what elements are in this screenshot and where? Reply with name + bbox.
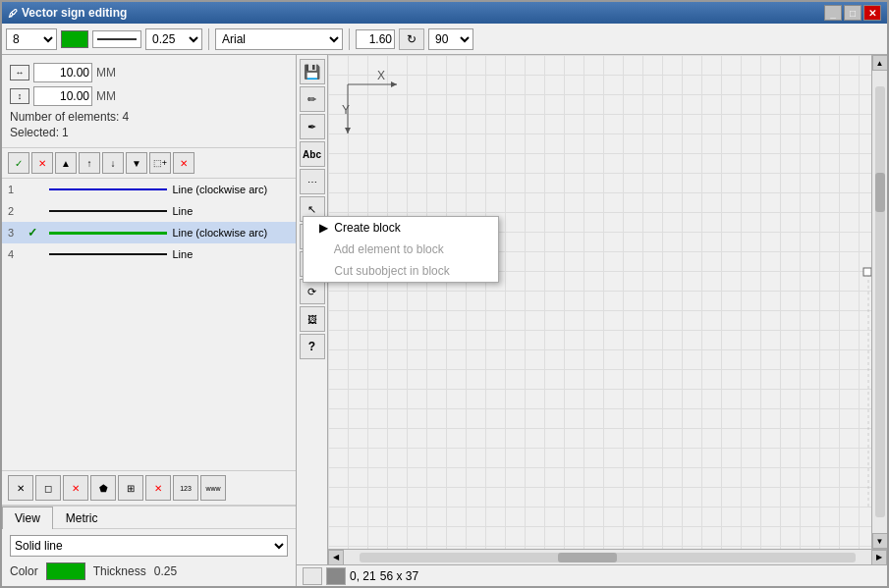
scroll-h-track[interactable] [360,553,856,562]
el-num-4: 4 [8,248,28,260]
scrollbar-horizontal[interactable]: ◀ ▶ [328,549,887,564]
ctx-cursor: ▶ [319,221,331,235]
tab-metric[interactable]: Metric [53,507,111,529]
text-tool[interactable]: Abc [300,141,325,167]
question-tool[interactable]: ? [300,334,325,359]
move-bottom-btn[interactable]: ▼ [126,152,147,174]
title-text: 🖊 Vector sign editing [8,6,127,20]
pen-tool[interactable]: ✒ [300,114,325,139]
context-menu: ▶ Create block Add element to block Cut … [303,216,499,283]
props-area: Solid line Dashed line Dotted line Color… [2,529,296,586]
el-label-3: Line (clockwise arc) [173,227,291,239]
title-icon: 🖊 [8,8,18,19]
action-btn-4[interactable]: ⬟ [90,475,116,501]
move-top-btn[interactable]: ▲ [55,152,77,174]
dimension-area: ↔ MM ↕ MM Number of elements: 4 Selected… [2,55,296,148]
el-label-4: Line [173,248,291,260]
action-btn-1[interactable]: ✕ [8,475,33,501]
list-item[interactable]: 4 ✓ Line [2,243,296,265]
color-label: Color [10,564,38,578]
pencil-tool[interactable]: ✏ [300,86,325,112]
scroll-v-track[interactable] [875,86,885,517]
tab-view[interactable]: View [2,507,53,529]
num-elements-text: Number of elements: 4 [10,110,288,124]
move-down-btn[interactable]: ↓ [102,152,124,174]
element-toolbar: ✓ ✕ ▲ ↑ ↓ ▼ ⬚+ ✕ [2,148,296,179]
main-toolbar: 8410 0.250.100.50 ArialCourierTimes New … [2,24,887,55]
check-all-btn[interactable]: ✓ [8,152,29,174]
el-check-4: ✓ [28,247,43,261]
list-item[interactable]: 1 ✓ Line (clockwise arc) [2,179,296,200]
list-item[interactable]: 3 ✓ Line (clockwise arc) [2,222,296,243]
main-window: 🖊 Vector sign editing _ □ ✕ 8410 0.250.1… [0,0,889,588]
more-tool[interactable]: ⋯ [300,169,325,194]
scroll-right-arrow[interactable]: ▶ [871,550,887,565]
scrollbar-vertical[interactable]: ▲ ▼ [871,55,887,549]
action-btn-7[interactable]: 123 [173,475,198,501]
minimize-button[interactable]: _ [824,5,842,21]
font-size-input[interactable] [356,29,395,49]
action-btn-5[interactable]: ⊞ [118,475,143,501]
canvas-area: X Y [328,55,887,564]
scroll-v-thumb[interactable] [875,173,885,212]
close-button[interactable]: ✕ [863,5,881,21]
ctx-cut-subobject: Cut subobject in block [304,260,498,282]
el-num-1: 1 [8,184,28,195]
elements-list[interactable]: 1 ✓ Line (clockwise arc) 2 ✓ Line 3 ✓ Li… [2,179,296,471]
zoom-control: 8410 [6,28,57,50]
right-panel: 💾 ✏ ✒ Abc ⋯ ↖ ✥ ⬛ ⟳ 🖼 ? [297,55,887,586]
action-btn-2[interactable]: ◻ [35,475,61,501]
action-btn-8[interactable]: www [200,475,226,501]
style-select[interactable]: Solid line Dashed line Dotted line [10,535,288,557]
separator-1 [208,28,209,50]
action-toolbar: ✕ ◻ ✕ ⬟ ⊞ ✕ 123 www [2,471,296,506]
ctx-create-block[interactable]: ▶ Create block [304,217,498,239]
height-unit: MM [96,89,116,103]
scroll-down-arrow[interactable]: ▼ [872,533,888,549]
maximize-button[interactable]: □ [844,5,861,21]
status-box-1 [303,567,322,585]
el-line-1 [49,188,167,190]
action-btn-3[interactable]: ✕ [63,475,88,501]
status-bar: 0, 21 56 x 37 [297,564,887,586]
group-btn[interactable]: ⬚+ [149,152,171,174]
color-picker[interactable] [61,30,88,48]
color-swatch[interactable] [46,562,85,580]
el-label-2: Line [173,205,291,217]
status-box-2 [326,567,346,585]
font-select[interactable]: ArialCourierTimes New Roman [215,28,343,50]
rotation-select[interactable]: 90045180 [428,28,473,50]
thickness-select[interactable]: 0.250.100.50 [145,28,202,50]
scroll-h-thumb[interactable] [558,553,617,562]
save-tool[interactable]: 💾 [300,59,325,84]
selected-text: Selected: 1 [10,126,288,139]
delete-btn[interactable]: ✕ [173,152,194,174]
line-preview [92,30,141,48]
move-up-btn[interactable]: ↑ [79,152,100,174]
el-check-3: ✓ [28,226,43,240]
width-input[interactable] [33,63,92,82]
thickness-label: Thickness [93,564,146,578]
el-num-2: 2 [8,205,28,217]
uncheck-all-btn[interactable]: ✕ [31,152,53,174]
left-panel: ↔ MM ↕ MM Number of elements: 4 Selected… [2,55,297,586]
canvas-content[interactable]: X Y [328,55,887,549]
image-tool[interactable]: 🖼 [300,306,325,332]
bottom-panel: View Metric Solid line Dashed line Dotte… [2,506,296,586]
scroll-up-arrow[interactable]: ▲ [872,55,888,71]
el-label-1: Line (clockwise arc) [173,184,291,195]
width-icon: ↔ [10,65,29,80]
width-row: ↔ MM [10,63,288,82]
height-input[interactable] [33,86,92,106]
draw-toolbar: 💾 ✏ ✒ Abc ⋯ ↖ ✥ ⬛ ⟳ 🖼 ? [297,55,328,564]
scroll-left-arrow[interactable]: ◀ [328,550,344,565]
el-line-2 [49,210,167,212]
el-check-2: ✓ [28,204,43,218]
rotation-icon-btn[interactable]: ↻ [399,28,424,50]
el-check-1: ✓ [28,183,43,196]
window-controls: _ □ ✕ [824,5,881,21]
action-btn-6[interactable]: ✕ [145,475,171,501]
list-item[interactable]: 2 ✓ Line [2,200,296,222]
status-coords: 0, 21 [350,569,376,583]
zoom-select[interactable]: 8410 [6,28,57,50]
